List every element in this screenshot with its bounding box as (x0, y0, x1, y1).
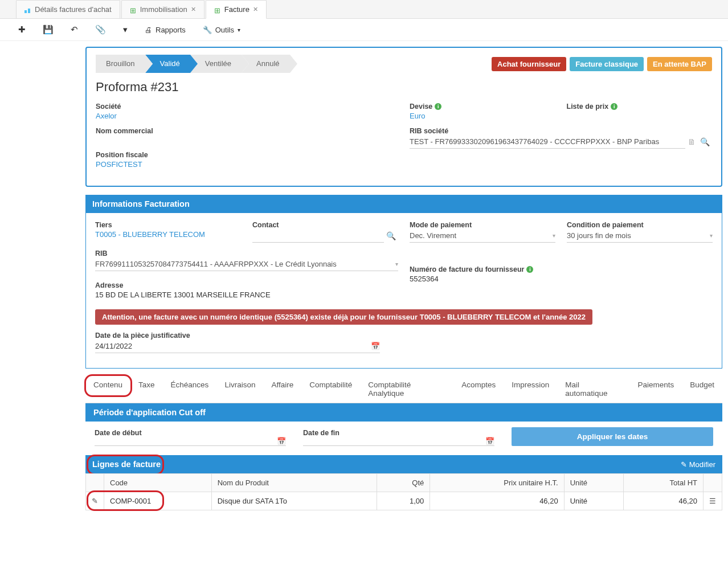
attach-button[interactable]: 📎 (92, 22, 109, 37)
subtab-contenu[interactable]: Contenu (85, 375, 130, 403)
contact-input[interactable] (252, 229, 384, 243)
col-code: Code (104, 474, 212, 492)
table-row[interactable]: ✎ COMP-0001 Disque dur SATA 1To 1,00 46,… (86, 492, 722, 510)
status-arrows: Brouillon Validé Ventilée Annulé (96, 55, 290, 73)
nom-commercial-label: Nom commercial (96, 127, 398, 135)
subtab-echeances[interactable]: Échéances (163, 375, 217, 403)
date-fin-input[interactable]: 📅 (303, 437, 494, 446)
badge-attente-bap: En attente BAP (647, 57, 712, 71)
position-fiscale-label: Position fiscale (96, 151, 398, 159)
calendar-icon[interactable]: 📅 (485, 437, 494, 445)
tab-label: Détails factures d'achat (35, 5, 112, 14)
col-total: Total HT (623, 474, 703, 492)
chevron-down-icon: ▾ (395, 261, 398, 267)
date-piece-label: Date de la pièce justificative (95, 332, 713, 339)
subtab-taxe[interactable]: Taxe (130, 375, 163, 403)
position-fiscale-value[interactable]: POSFICTEST (96, 159, 398, 169)
undo-button[interactable]: ↶ (67, 22, 81, 37)
mode-paiement-label: Mode de paiement (410, 221, 555, 229)
tools-button[interactable]: 🔧 Outils ▾ (199, 23, 244, 36)
subtab-budget[interactable]: Budget (682, 375, 722, 403)
liste-prix-label: Liste de prix (567, 103, 713, 111)
subtab-livraison[interactable]: Livraison (216, 375, 263, 403)
tiers-value[interactable]: T0005 - BLUEBERRY TELECOM (95, 229, 241, 239)
subtab-affaire[interactable]: Affaire (263, 375, 301, 403)
tab-details-factures[interactable]: Détails factures d'achat (16, 0, 120, 18)
devise-value[interactable]: Euro (410, 111, 555, 120)
sub-tabs: Contenu Taxe Échéances Livraison Affaire… (85, 375, 722, 403)
condition-paiement-label: Condition de paiement (567, 221, 713, 229)
devise-label: Devise (410, 103, 555, 111)
col-produit: Nom du Produit (211, 474, 377, 492)
col-qte: Qté (377, 474, 430, 492)
cutoff-header: Période d'application Cut off (85, 403, 722, 422)
grid-icon (214, 6, 221, 13)
pencil-icon: ✎ (681, 460, 687, 469)
cell-unite: Unité (564, 492, 623, 510)
societe-value[interactable]: Axelor (96, 111, 398, 120)
chevron-down-icon: ▾ (553, 232, 555, 239)
status-ventilee[interactable]: Ventilée (190, 55, 242, 73)
apply-dates-button[interactable]: Appliquer les dates (512, 427, 713, 446)
badge-achat: Achat fournisseur (492, 57, 566, 71)
rib-societe-label: RIB société (410, 127, 712, 135)
save-button[interactable]: 💾 (39, 22, 57, 37)
info-facturation-header: Informations Facturation (85, 195, 722, 213)
cell-produit: Disque dur SATA 1To (211, 492, 377, 510)
more-button[interactable]: ▾ (120, 22, 131, 37)
grid-icon (130, 6, 137, 13)
rib-societe-input[interactable]: TEST - FR7699333020961963437764029 - CCC… (410, 135, 685, 149)
subtab-compta-analytique[interactable]: Comptabilité Analytique (360, 375, 453, 403)
tab-label: Immobilisation (140, 5, 187, 14)
date-debut-input[interactable]: 📅 (95, 437, 286, 446)
info-icon[interactable] (526, 266, 533, 273)
info-icon[interactable] (435, 103, 441, 110)
cell-pu: 46,20 (430, 492, 564, 510)
badge-facture-classique: Facture classique (570, 57, 644, 71)
col-unite: Unité (564, 474, 623, 492)
date-piece-input[interactable]: 24/11/2022 📅 (95, 339, 380, 353)
adresse-label: Adresse (95, 281, 398, 289)
info-icon[interactable] (611, 103, 617, 110)
subtab-acomptes[interactable]: Acomptes (453, 375, 504, 403)
print-icon: 🖨 (145, 26, 152, 34)
search-icon[interactable]: 🔍 (384, 231, 398, 240)
num-facture-label: Numéro de facture du fournisseur (410, 265, 713, 273)
reports-button[interactable]: 🖨 Rapports (141, 23, 189, 36)
search-icon[interactable]: 🔍 (698, 137, 712, 146)
tab-facture[interactable]: Facture ✕ (206, 0, 267, 19)
document-icon[interactable]: 🗎 (685, 137, 698, 146)
lines-title: Lignes de facture (92, 460, 161, 469)
calendar-icon[interactable]: 📅 (371, 342, 380, 350)
date-fin-label: Date de fin (303, 429, 494, 437)
societe-label: Société (96, 103, 398, 111)
tab-immobilisation[interactable]: Immobilisation ✕ (121, 0, 205, 18)
add-button[interactable]: ✚ (15, 22, 29, 37)
wrench-icon: 🔧 (203, 26, 212, 34)
subtab-comptabilite[interactable]: Comptabilité (301, 375, 360, 403)
close-icon[interactable]: ✕ (191, 6, 196, 13)
num-facture-value: 5525364 (410, 273, 713, 283)
chevron-down-icon: ▾ (238, 27, 240, 33)
condition-paiement-select[interactable]: 30 jours fin de mois ▾ (567, 229, 713, 243)
modify-button[interactable]: ✎ Modifier (681, 460, 715, 469)
mode-paiement-select[interactable]: Dec. Virement ▾ (410, 229, 555, 243)
lines-table: Code Nom du Produit Qté Prix unitaire H.… (85, 473, 722, 510)
row-menu-button[interactable]: ☰ (704, 492, 722, 510)
subtab-impression[interactable]: Impression (504, 375, 557, 403)
rib-label: RIB (95, 249, 398, 257)
contact-label: Contact (252, 221, 398, 229)
date-debut-label: Date de début (95, 429, 286, 437)
subtab-paiements[interactable]: Paiements (629, 375, 682, 403)
calendar-icon[interactable]: 📅 (277, 437, 286, 445)
subtab-mail-auto[interactable]: Mail automatique (557, 375, 629, 403)
status-brouillon[interactable]: Brouillon (96, 55, 145, 73)
edit-row-button[interactable]: ✎ (86, 492, 104, 510)
chevron-down-icon: ▾ (710, 232, 713, 239)
rib-select[interactable]: FR7699111053257084773754411 - AAAAFRPPXX… (95, 257, 398, 271)
cell-code: COMP-0001 (104, 492, 212, 510)
tools-label: Outils (215, 26, 234, 34)
reports-label: Rapports (156, 26, 186, 34)
close-icon[interactable]: ✕ (253, 6, 258, 13)
lines-header: Lignes de facture ✎ Modifier (85, 455, 722, 473)
